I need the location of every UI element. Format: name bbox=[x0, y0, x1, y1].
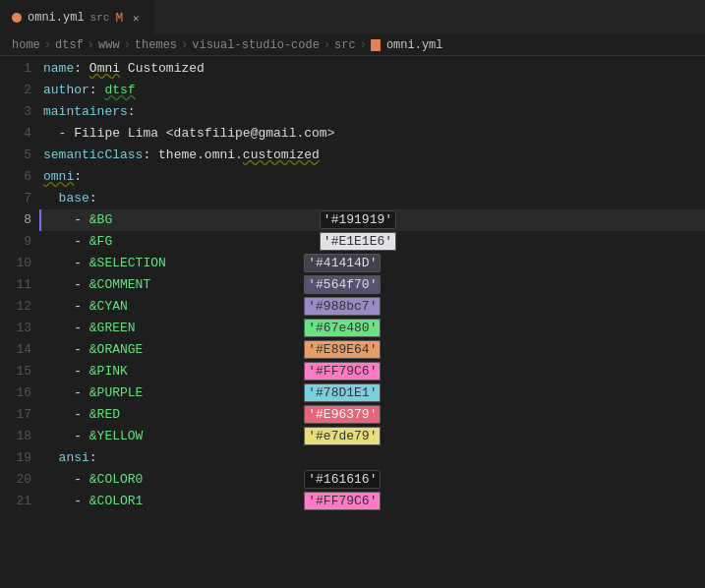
breadcrumb-themes[interactable]: themes bbox=[135, 38, 177, 52]
code-line-15: - &PINK '#FF79C6' bbox=[39, 361, 705, 382]
breadcrumb-vscode[interactable]: visual-studio-code bbox=[192, 38, 320, 52]
code-line-3: maintainers: bbox=[39, 101, 705, 123]
code-line-9: - &FG '#E1E1E6' bbox=[39, 231, 705, 253]
breadcrumb: home › dtsf › www › themes › visual-stud… bbox=[0, 34, 705, 56]
code-line-13: - &GREEN '#67e480' bbox=[39, 318, 705, 339]
code-area[interactable]: name: Omni Customized author: dtsf maint… bbox=[39, 56, 705, 588]
code-line-6: omni: bbox=[39, 166, 705, 188]
code-line-11: - &COMMENT '#564f70' bbox=[39, 274, 705, 296]
file-icon bbox=[12, 13, 22, 23]
tab-bar: omni.yml src M ✕ bbox=[0, 0, 705, 34]
tab-modified-indicator: M bbox=[115, 11, 123, 26]
tab-modifier: src bbox=[90, 12, 110, 24]
tab-close-button[interactable]: ✕ bbox=[129, 11, 143, 25]
code-line-20: - &COLOR0 '#161616' bbox=[39, 469, 705, 491]
code-line-19: ansi: bbox=[39, 447, 705, 469]
code-line-16: - &PURPLE '#78D1E1' bbox=[39, 382, 705, 404]
breadcrumb-dtsf[interactable]: dtsf bbox=[55, 38, 84, 52]
breadcrumb-www[interactable]: www bbox=[98, 38, 120, 52]
code-line-8: - &BG '#191919' bbox=[39, 209, 705, 231]
breadcrumb-sep3: › bbox=[124, 38, 131, 52]
code-line-5: semanticClass: theme.omni.customized bbox=[39, 145, 705, 166]
code-line-7: base: bbox=[39, 188, 705, 209]
breadcrumb-sep4: › bbox=[181, 38, 188, 52]
tab-label: omni.yml bbox=[28, 11, 85, 25]
code-line-17: - &RED '#E96379' bbox=[39, 404, 705, 426]
tab-omni-yml[interactable]: omni.yml src M ✕ bbox=[0, 0, 154, 34]
code-line-1: name: Omni Customized bbox=[39, 58, 705, 80]
breadcrumb-sep2: › bbox=[88, 38, 94, 52]
breadcrumb-file-icon bbox=[371, 39, 381, 51]
editor: 1 2 3 4 5 6 7 8 9 10 11 12 13 14 15 16 1… bbox=[0, 56, 705, 588]
breadcrumb-sep5: › bbox=[323, 38, 330, 52]
code-line-18: - &YELLOW '#e7de79' bbox=[39, 426, 705, 447]
code-line-4: - Filipe Lima <datsfilipe@gmail.com> bbox=[39, 123, 705, 145]
code-line-12: - &CYAN '#988bc7' bbox=[39, 296, 705, 318]
code-line-10: - &SELECTION '#41414D' bbox=[39, 253, 705, 274]
breadcrumb-home[interactable]: home bbox=[12, 38, 40, 52]
code-line-21: - &COLOR1 '#FF79C6' bbox=[39, 491, 705, 512]
breadcrumb-sep1: › bbox=[44, 38, 51, 52]
code-line-14: - &ORANGE '#E89E64' bbox=[39, 339, 705, 361]
line-numbers: 1 2 3 4 5 6 7 8 9 10 11 12 13 14 15 16 1… bbox=[0, 56, 39, 588]
code-line-2: author: dtsf bbox=[39, 80, 705, 101]
breadcrumb-sep6: › bbox=[360, 38, 367, 52]
breadcrumb-filename[interactable]: omni.yml bbox=[386, 38, 443, 52]
breadcrumb-src[interactable]: src bbox=[334, 38, 356, 52]
